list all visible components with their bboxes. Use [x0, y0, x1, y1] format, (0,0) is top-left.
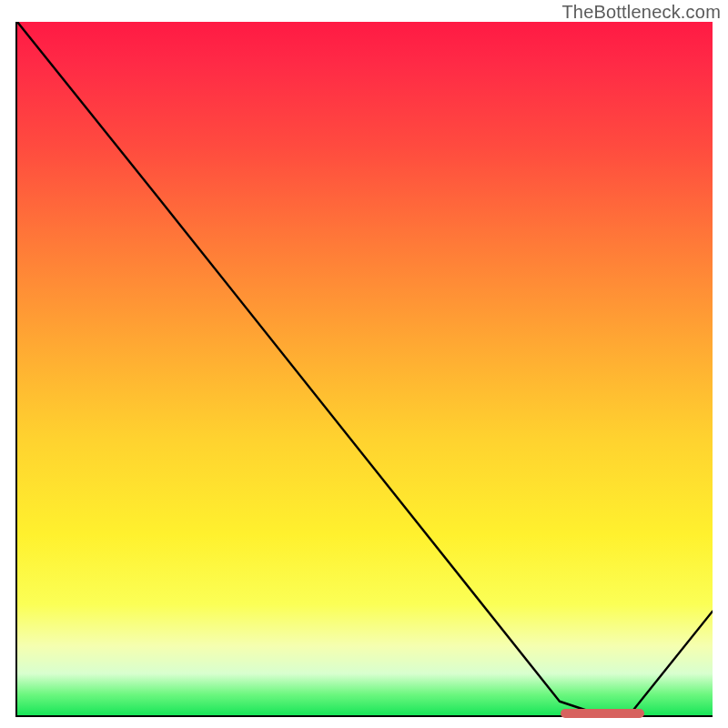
- bottleneck-curve: [17, 22, 713, 715]
- optimal-range-marker: [561, 709, 644, 718]
- chart-frame: TheBottleneck.com: [0, 0, 728, 728]
- watermark-text: TheBottleneck.com: [561, 2, 721, 23]
- plot-area: [15, 22, 713, 717]
